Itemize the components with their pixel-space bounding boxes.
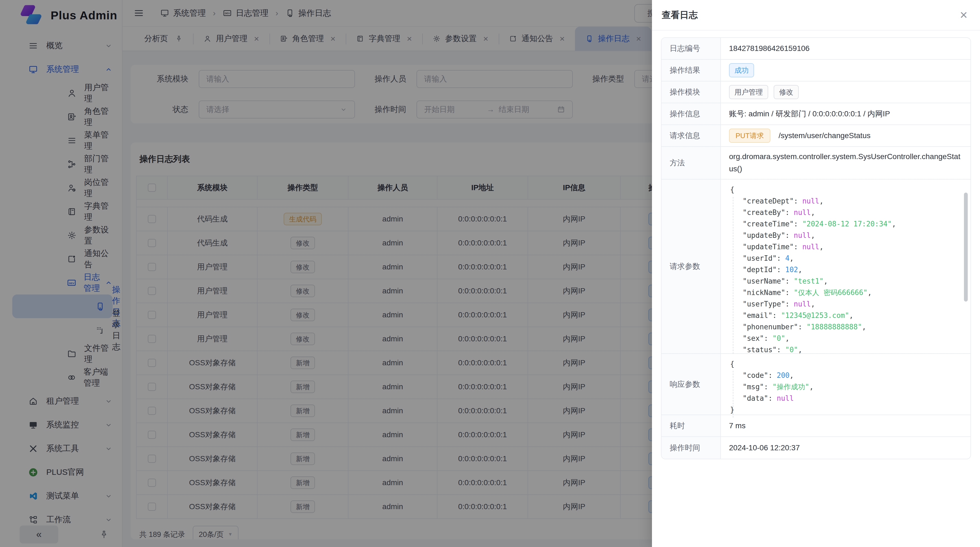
json-value: "test1" (794, 277, 824, 285)
json-line: "createBy": null, (730, 207, 962, 218)
view-log-drawer: 查看日志 × 日志编号 1842781986426159106 操作结果 成功 … (652, 0, 980, 547)
json-line: "createTime": "2024-08-12 17:20:34", (730, 218, 962, 230)
json-value: 102 (785, 266, 798, 274)
json-line: "deptId": 102, (730, 264, 962, 276)
json-line: "nickName": "仅本人 密码666666", (730, 287, 962, 298)
json-line: { (730, 358, 962, 370)
action-tag: 修改 (774, 85, 799, 99)
json-key: "userId" (743, 254, 776, 262)
json-value: "仅本人 密码666666" (794, 289, 867, 297)
drawer-header: 查看日志 × (652, 0, 980, 30)
row-log-id: 日志编号 1842781986426159106 (662, 38, 970, 60)
json-key: "data" (743, 394, 768, 402)
log-detail-table: 日志编号 1842781986426159106 操作结果 成功 操作模块 用户… (661, 37, 971, 459)
json-key: "createTime" (743, 220, 794, 228)
json-line: { (730, 184, 962, 195)
json-key: "updateBy" (743, 231, 785, 239)
json-value: null (802, 197, 819, 205)
json-line: } (730, 404, 962, 415)
json-key: "msg" (743, 383, 764, 391)
json-key: "status" (743, 346, 776, 354)
response-params-json: {"code": 200,"msg": "操作成功","data": null} (729, 358, 962, 415)
json-line: "email": "12345@1253.com", (730, 310, 962, 321)
method-value: org.dromara.system.controller.system.Sys… (729, 151, 962, 175)
json-key: "userType" (743, 300, 785, 308)
json-key: "createDept" (743, 197, 794, 205)
request-url: /system/user/changeStatus (778, 131, 870, 140)
json-key: "createBy" (743, 208, 785, 217)
drawer-body: 日志编号 1842781986426159106 操作结果 成功 操作模块 用户… (652, 37, 980, 459)
json-scrollbar-thumb[interactable] (964, 193, 968, 301)
json-value: "操作成功" (773, 383, 809, 391)
json-value: 4 (785, 254, 790, 262)
json-line: "phonenumber": "18888888888", (730, 321, 962, 333)
drawer-title: 查看日志 (662, 9, 698, 21)
row-request: 请求信息 PUT请求 /system/user/changeStatus (662, 125, 970, 147)
json-value: null (794, 231, 811, 239)
op-time-value: 2024-10-06 12:20:37 (721, 437, 970, 459)
json-key: "userName" (743, 277, 785, 285)
json-line: "updateBy": null, (730, 230, 962, 241)
json-key: "email" (743, 311, 773, 319)
json-line: "updateTime": null, (730, 241, 962, 252)
json-value: null (776, 394, 794, 402)
json-value: null (794, 208, 811, 217)
json-line: "userType": null, (730, 298, 962, 310)
json-value: "0" (785, 346, 798, 354)
module-tag: 用户管理 (729, 85, 768, 99)
json-value: null (802, 243, 819, 251)
json-line: "userName": "test1", (730, 276, 962, 287)
row-result: 操作结果 成功 (662, 60, 970, 81)
row-info: 操作信息 账号: admin / 研发部门 / 0:0:0:0:0:0:0:1 … (662, 103, 970, 125)
row-op-time: 操作时间 2024-10-06 12:20:37 (662, 437, 970, 459)
json-key: "sex" (743, 334, 764, 343)
json-key: "deptId" (743, 266, 776, 274)
row-request-params: 请求参数 {"createDept": null,"createBy": nul… (662, 180, 970, 354)
indent-guide (733, 371, 733, 418)
json-key: "updateTime" (743, 243, 794, 251)
request-params-json: {"createDept": null,"createBy": null,"cr… (729, 184, 962, 356)
json-line: "code": 200, (730, 370, 962, 381)
json-line: "userId": 4, (730, 252, 962, 264)
json-line: "data": null (730, 392, 962, 404)
close-icon[interactable]: × (960, 8, 967, 22)
http-method-tag: PUT请求 (729, 129, 770, 143)
log-id-value: 1842781986426159106 (721, 38, 970, 59)
json-value: "12345@1253.com" (781, 311, 849, 319)
result-tag: 成功 (729, 63, 754, 77)
app-root: Plus Admin 概览系统管理用户管理角色管理菜单管理部门管理岗位管理字典管… (0, 0, 980, 547)
json-key: "code" (743, 371, 768, 380)
json-line: "createDept": null, (730, 195, 962, 207)
indent-guide (733, 197, 733, 354)
json-key: "phonenumber" (743, 323, 798, 331)
json-value: "18888888888" (807, 323, 862, 331)
row-response-params: 响应参数 {"code": 200,"msg": "操作成功","data": … (662, 354, 970, 415)
json-value: 200 (776, 371, 789, 380)
row-method: 方法 org.dromara.system.controller.system.… (662, 147, 970, 180)
json-key: "nickName" (743, 289, 785, 297)
operation-info-value: 账号: admin / 研发部门 / 0:0:0:0:0:0:0:1 / 内网I… (721, 103, 970, 124)
json-line: "sex": "0", (730, 333, 962, 344)
cost-value: 7 ms (721, 415, 970, 436)
json-value: "0" (773, 334, 785, 343)
json-value: "2024-08-12 17:20:34" (802, 220, 892, 228)
json-value: null (794, 300, 811, 308)
row-module: 操作模块 用户管理 修改 (662, 81, 970, 103)
json-scrollbar[interactable] (964, 187, 968, 346)
row-cost: 耗时 7 ms (662, 415, 970, 437)
json-line: "msg": "操作成功", (730, 381, 962, 392)
